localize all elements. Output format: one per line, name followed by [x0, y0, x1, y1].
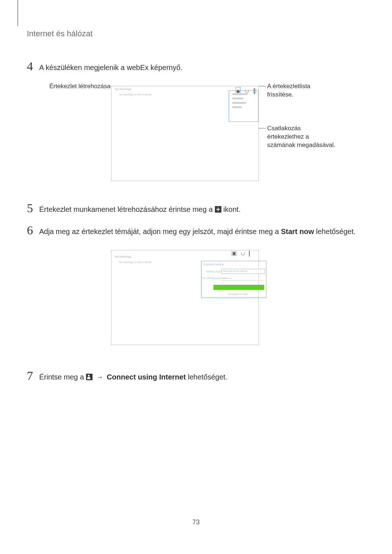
step-number: 7	[27, 370, 39, 382]
step-text: Értekezlet munkamenet létrehozásához éri…	[39, 202, 241, 215]
toolbar-2	[232, 251, 250, 256]
menu-item[interactable]	[232, 102, 246, 104]
refresh-icon[interactable]	[241, 252, 245, 255]
step-number: 6	[27, 224, 39, 237]
section-header: Internet és hálózat	[17, 15, 367, 38]
text-after: ikont.	[223, 205, 241, 213]
person-icon	[86, 374, 93, 380]
bold-text: Connect using Internet	[107, 373, 186, 381]
screen-title: My Meetings	[115, 255, 131, 258]
pw-value: • • • • • •	[223, 277, 232, 279]
menu-item[interactable]	[232, 93, 248, 95]
step-6: 6 Adja meg az értekezlet témáját, adjon …	[17, 224, 367, 237]
callout-create: Értekezlet létrehozása.	[49, 82, 112, 91]
schedule-panel	[201, 261, 266, 298]
section-rule	[17, 0, 18, 26]
arrow-glyph: →	[96, 372, 103, 382]
menu-item[interactable]	[232, 106, 242, 108]
start-now-button[interactable]	[213, 285, 264, 290]
topic-value: Samsung device meeting	[223, 270, 247, 272]
diagram-2: My Meetings No meetings in next 4 weeks …	[17, 246, 367, 355]
screen-subtitle: No meetings in next 4 weeks	[119, 93, 152, 96]
callout-refresh: A értekezletlista frissítése.	[267, 82, 329, 99]
pw-underline	[221, 280, 264, 281]
text-before: Adja meg az értekezlet témáját, adjon me…	[39, 227, 281, 235]
step-5: 5 Értekezlet munkamenet létrehozásához é…	[17, 202, 367, 215]
step-4: 4 A készüléken megjelenik a webEx képern…	[17, 60, 367, 73]
menu-item[interactable]	[232, 98, 243, 99]
bold-text: Start now	[281, 227, 314, 235]
leader	[258, 128, 266, 128]
step-text: Érintse meg a → Connect using Internet l…	[39, 370, 227, 382]
step-number: 4	[27, 60, 39, 73]
diagram-1: Értekezlet létrehozása. A értekezletlist…	[17, 82, 367, 188]
plus-icon	[215, 206, 221, 213]
leader	[107, 86, 111, 86]
step-text: A készüléken megjelenik a webEx képernyő…	[39, 60, 183, 73]
text-before: Érintse meg a	[39, 373, 86, 381]
schedule-later-link[interactable]: Schedule for later	[228, 293, 248, 295]
overflow-menu-icon[interactable]	[249, 252, 250, 255]
panel-title: Schedule meeting	[203, 263, 224, 266]
screen-subtitle: No meetings in next 4 weeks	[119, 261, 152, 263]
text-after: lehetőséget.	[188, 373, 227, 381]
step-text: Adja meg az értekezlet témáját, adjon me…	[39, 224, 356, 237]
text-before: Értekezlet munkamenet létrehozásához éri…	[39, 205, 215, 213]
menu-items	[232, 93, 248, 108]
topic-label: Meeting topic	[206, 270, 221, 273]
step-7: 7 Érintse meg a → Connect using Internet…	[17, 370, 367, 382]
new-meeting-icon[interactable]	[232, 251, 237, 256]
text-after: lehetőséget.	[316, 227, 356, 235]
callout-join: Csatlakozás értekezlethez a számának meg…	[267, 124, 336, 149]
page-number: 73	[0, 518, 392, 526]
step-number: 5	[27, 202, 39, 214]
